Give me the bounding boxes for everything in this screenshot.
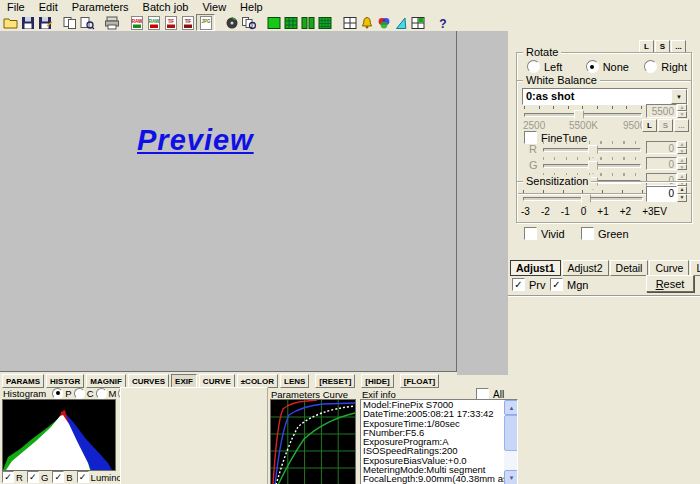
white-balance-slider[interactable]: [524, 106, 642, 121]
spinner-arrows-icon: ▲▼: [677, 104, 687, 118]
checkbox-icon[interactable]: ✓: [2, 471, 14, 483]
tab-adjust1[interactable]: Adjust1: [510, 260, 561, 276]
split-green-icon[interactable]: [299, 15, 316, 30]
histogram-mode-p[interactable]: P: [52, 388, 71, 399]
scroll-up-icon[interactable]: ▲: [504, 400, 518, 415]
tab-lens[interactable]: Lens: [690, 260, 700, 276]
format-raw-1-icon[interactable]: RAW: [128, 15, 145, 30]
checkbox-icon[interactable]: ✓: [77, 471, 89, 483]
print-icon[interactable]: [103, 15, 120, 30]
window-grid-icon[interactable]: [409, 15, 426, 30]
reset-button[interactable]: Reset: [646, 275, 694, 292]
channel-label: R: [16, 472, 23, 483]
checkbox-icon[interactable]: ✓: [27, 471, 39, 483]
histogram-channel-g[interactable]: ✓G: [27, 471, 48, 483]
open-icon[interactable]: [2, 15, 19, 30]
finetune-save-button: S: [658, 119, 673, 132]
rotate-option-right[interactable]: Right: [644, 60, 687, 73]
crop-triangle-icon[interactable]: [392, 15, 409, 30]
tab-detail[interactable]: Detail: [610, 260, 649, 276]
alarm-bell-icon[interactable]: [358, 15, 375, 30]
green-checkbox[interactable]: [581, 227, 594, 240]
rgb-colors-icon[interactable]: [375, 15, 392, 30]
white-balance-preset-dropdown[interactable]: 0:as shot ▼: [522, 88, 688, 105]
wb-scale-min: 2500: [523, 120, 545, 131]
radio-icon[interactable]: [527, 60, 540, 73]
bottom-tab-float[interactable]: [FLOAT]: [400, 374, 439, 388]
white-balance-preset-value: 0:as shot: [523, 89, 671, 104]
radio-icon[interactable]: [96, 388, 107, 399]
histogram-channel-b[interactable]: ✓B: [52, 471, 72, 483]
rotate-options: LeftNoneRight: [527, 60, 687, 73]
bottom-tab-params[interactable]: PARAMS: [2, 374, 44, 388]
format-raw-2-icon[interactable]: RAW: [145, 15, 162, 30]
exif-listbox[interactable]: Model:FinePix S7000DateTime:2005:08:21 1…: [360, 399, 518, 484]
green-checkbox-row[interactable]: Green: [581, 227, 629, 240]
radio-icon[interactable]: [644, 60, 657, 73]
save-as-icon[interactable]: [36, 15, 53, 30]
checkbox-icon[interactable]: ✓: [52, 471, 64, 483]
rotate-option-label: Left: [544, 61, 562, 73]
help-icon[interactable]: ?: [434, 15, 451, 30]
spinner-arrows-icon[interactable]: ▲▼: [677, 186, 687, 202]
save-icon[interactable]: [19, 15, 36, 30]
tab-adjust2[interactable]: Adjust2: [562, 260, 609, 276]
histogram-mode-m[interactable]: M: [96, 388, 117, 399]
sensitization-value-spinner[interactable]: 0 ▲▼: [646, 186, 687, 202]
finetune-more-button: ...: [674, 119, 689, 132]
scrollbar-thumb[interactable]: [504, 415, 518, 451]
window-tile-icon[interactable]: [341, 15, 358, 30]
channel-label: G: [41, 472, 48, 483]
prv-checkbox-row[interactable]: ✓ Prv: [512, 278, 546, 291]
radio-icon[interactable]: [586, 60, 599, 73]
svg-text:RAW: RAW: [148, 18, 159, 23]
menu-edit[interactable]: Edit: [32, 1, 65, 14]
multi-grid-green-icon[interactable]: [316, 15, 333, 30]
exif-scrollbar[interactable]: ▲ ▼: [504, 400, 517, 484]
disk-view-icon[interactable]: [223, 15, 240, 30]
bottom-tab-histgr[interactable]: HISTGR: [46, 374, 84, 388]
bottom-tab-curves[interactable]: CURVES: [128, 374, 169, 388]
copy-icon[interactable]: [61, 15, 78, 30]
vivid-checkbox[interactable]: [524, 227, 537, 240]
slider-ticks: [543, 157, 641, 160]
tab-curve[interactable]: Curve: [649, 260, 689, 276]
histogram-mode-c[interactable]: C: [74, 388, 94, 399]
menu-view[interactable]: View: [195, 1, 233, 14]
rotate-option-left[interactable]: Left: [527, 60, 586, 73]
bottom-tab-exif[interactable]: EXIF: [171, 374, 197, 388]
mgn-checkbox[interactable]: ✓: [550, 278, 563, 291]
rotate-option-none[interactable]: None: [586, 60, 645, 73]
preview-canvas[interactable]: Preview: [0, 31, 457, 372]
scroll-down-icon[interactable]: ▼: [504, 470, 518, 484]
preview-green-icon[interactable]: [265, 15, 282, 30]
bottom-tab-lens[interactable]: LENS: [280, 374, 309, 388]
histogram-channel-r[interactable]: ✓R: [2, 471, 23, 483]
radio-icon[interactable]: [74, 388, 85, 399]
bottom-tab-reset[interactable]: [RESET]: [315, 374, 355, 388]
vivid-checkbox-row[interactable]: Vivid: [524, 227, 565, 240]
sens-tick-label: +1: [597, 206, 608, 217]
menu-file[interactable]: File: [0, 1, 32, 14]
preview-pages-icon[interactable]: [78, 15, 95, 30]
bottom-tab-curve[interactable]: CURVE: [199, 374, 235, 388]
finetune-load-button[interactable]: L: [642, 119, 657, 132]
format-tif-1-icon[interactable]: TIF: [162, 15, 179, 30]
grid-green-icon[interactable]: [282, 15, 299, 30]
bottom-tab-hide[interactable]: [HIDE]: [361, 374, 393, 388]
bottom-tab-magnif[interactable]: MAGNIF: [86, 374, 126, 388]
mgn-checkbox-row[interactable]: ✓ Mgn: [550, 278, 588, 291]
menu-parameters[interactable]: Parameters: [65, 1, 136, 14]
radio-icon[interactable]: [52, 388, 63, 399]
format-tif-2-icon[interactable]: TIF: [179, 15, 196, 30]
find-pages-icon[interactable]: [240, 15, 257, 30]
spinner-arrows-icon: ▲▼: [677, 141, 687, 154]
adjust-panel: L S ... Rotate LeftNoneRight White Balan…: [508, 31, 700, 375]
dropdown-arrow-icon[interactable]: ▼: [671, 89, 687, 104]
menu-batch-job[interactable]: Batch job: [136, 1, 196, 14]
menu-help[interactable]: Help: [233, 1, 270, 14]
format-jpg-icon[interactable]: JPG: [196, 14, 215, 31]
sensitization-slider[interactable]: [523, 190, 643, 205]
prv-checkbox[interactable]: ✓: [512, 278, 525, 291]
bottom-tab-color[interactable]: ±COLOR: [237, 374, 278, 388]
